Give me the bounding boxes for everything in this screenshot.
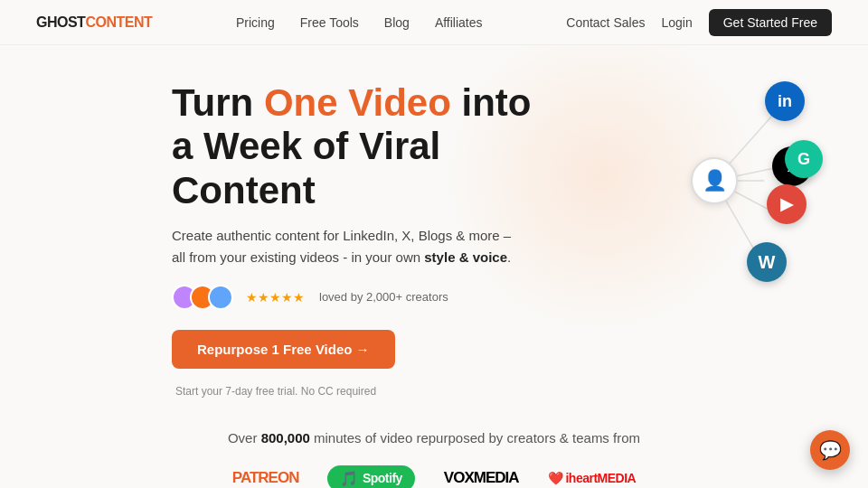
node-wordpress: W bbox=[747, 242, 787, 282]
person-icon: 👤 bbox=[703, 169, 727, 192]
logo-ghost: GHOST bbox=[36, 14, 85, 31]
nav-right: Contact Sales Login Get Started Free bbox=[566, 9, 832, 36]
network-nodes: 👤 in 𝕏 G ▶ W bbox=[615, 72, 814, 289]
hero-description: Create authentic content for LinkedIn, X… bbox=[172, 225, 515, 268]
hero-title-part1: Turn bbox=[172, 81, 264, 124]
brand-iheartmedia: ❤️ iheartMEDIA bbox=[548, 471, 637, 485]
nav-affiliates[interactable]: Affiliates bbox=[435, 15, 483, 30]
hero-content: Turn One Video intoa Week of ViralConten… bbox=[172, 81, 531, 398]
brand-voxmedia: VOXMEDIA bbox=[444, 469, 519, 487]
get-started-button[interactable]: Get Started Free bbox=[709, 9, 832, 36]
stats-suffix: minutes of video repurposed by creators … bbox=[310, 430, 640, 446]
navbar: GHOSTCONTENT Pricing Free Tools Blog Aff… bbox=[0, 0, 868, 45]
stats-prefix: Over bbox=[228, 430, 261, 446]
avatar-3 bbox=[208, 285, 233, 310]
node-buffer: ▶ bbox=[767, 184, 807, 224]
node-linkedin: in bbox=[765, 81, 805, 121]
chat-button[interactable]: 💬 bbox=[810, 430, 850, 470]
nav-links: Pricing Free Tools Blog Affiliates bbox=[236, 15, 483, 30]
trial-text: Start your 7-day free trial. No CC requi… bbox=[175, 385, 531, 398]
hero-title-highlight: One Video bbox=[264, 81, 451, 124]
stats-number: 800,000 bbox=[261, 430, 310, 446]
logo-content: CONTENT bbox=[85, 14, 152, 31]
network-graphic: 👤 in 𝕏 G ▶ W bbox=[615, 72, 814, 289]
logo[interactable]: GHOSTCONTENT bbox=[36, 14, 152, 31]
hero-title: Turn One Video intoa Week of ViralConten… bbox=[172, 81, 531, 212]
brand-spotify: 🎵 Spotify bbox=[327, 465, 414, 488]
contact-sales-link[interactable]: Contact Sales bbox=[566, 15, 645, 30]
star-rating: ★★★★★ bbox=[246, 290, 305, 305]
social-proof: ★★★★★ loved by 2,000+ creators bbox=[172, 285, 531, 310]
login-link[interactable]: Login bbox=[661, 15, 692, 30]
hero-section: Turn One Video intoa Week of ViralConten… bbox=[0, 45, 868, 416]
spotify-icon: 🎵 bbox=[340, 470, 358, 487]
chat-icon: 💬 bbox=[819, 439, 842, 461]
node-person: 👤 bbox=[691, 157, 738, 204]
brand-patreon: PATREON bbox=[232, 469, 299, 487]
brand-logos-row: PATREON 🎵 Spotify VOXMEDIA ❤️ iheartMEDI… bbox=[0, 456, 868, 488]
cta-button[interactable]: Repurpose 1 Free Video → bbox=[172, 330, 395, 369]
nav-pricing[interactable]: Pricing bbox=[236, 15, 275, 30]
loved-text: loved by 2,000+ creators bbox=[319, 290, 448, 304]
nav-free-tools[interactable]: Free Tools bbox=[300, 15, 359, 30]
node-grammarly: G bbox=[785, 140, 823, 178]
avatar-group bbox=[172, 285, 226, 310]
stats-bar: Over 800,000 minutes of video repurposed… bbox=[0, 416, 868, 456]
nav-blog[interactable]: Blog bbox=[384, 15, 410, 30]
